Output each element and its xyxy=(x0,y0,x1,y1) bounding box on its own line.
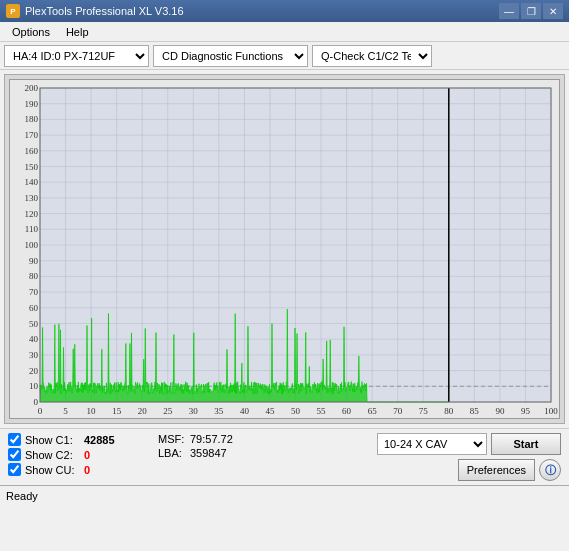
info-button[interactable]: ⓘ xyxy=(539,459,561,481)
menu-bar: Options Help xyxy=(0,22,569,42)
status-text: Ready xyxy=(6,490,38,502)
test-select[interactable]: Q-Check C1/C2 Test xyxy=(312,45,432,67)
msf-lba-panel: MSF: 79:57.72 LBA: 359847 xyxy=(158,433,233,459)
chart-canvas xyxy=(9,79,560,419)
c1-label: Show C1: xyxy=(25,434,80,446)
status-panel: Show C1: 42885 Show C2: 0 Show CU: 0 MSF… xyxy=(0,428,569,485)
minimize-button[interactable]: — xyxy=(499,3,519,19)
c2-value: 0 xyxy=(84,449,90,461)
drive-select[interactable]: HA:4 ID:0 PX-712UF xyxy=(4,45,149,67)
title-bar: P PlexTools Professional XL V3.16 — ❐ ✕ xyxy=(0,0,569,22)
menu-help[interactable]: Help xyxy=(58,24,97,40)
restore-button[interactable]: ❐ xyxy=(521,3,541,19)
lba-label: LBA: xyxy=(158,447,186,459)
toolbar: HA:4 ID:0 PX-712UF CD Diagnostic Functio… xyxy=(0,42,569,70)
main-chart xyxy=(10,80,560,419)
c2-label: Show C2: xyxy=(25,449,80,461)
status-bar: Ready xyxy=(0,485,569,505)
window-title: PlexTools Professional XL V3.16 xyxy=(25,5,499,17)
close-button[interactable]: ✕ xyxy=(543,3,563,19)
window-controls: — ❐ ✕ xyxy=(499,3,563,19)
msf-label: MSF: xyxy=(158,433,186,445)
app-icon: P xyxy=(6,4,20,18)
function-select[interactable]: CD Diagnostic Functions xyxy=(153,45,308,67)
menu-options[interactable]: Options xyxy=(4,24,58,40)
lba-value: 359847 xyxy=(190,447,227,459)
msf-value: 79:57.72 xyxy=(190,433,233,445)
c2-row: Show C2: 0 xyxy=(8,448,138,461)
lba-row: LBA: 359847 xyxy=(158,447,233,459)
second-row-controls: Preferences ⓘ xyxy=(458,459,561,481)
preferences-button[interactable]: Preferences xyxy=(458,459,535,481)
msf-row: MSF: 79:57.72 xyxy=(158,433,233,445)
c1-checkbox[interactable] xyxy=(8,433,21,446)
cu-checkbox[interactable] xyxy=(8,463,21,476)
start-button[interactable]: Start xyxy=(491,433,561,455)
c1-row: Show C1: 42885 xyxy=(8,433,138,446)
c1-value: 42885 xyxy=(84,434,115,446)
cu-label: Show CU: xyxy=(25,464,80,476)
chart-area xyxy=(4,74,565,424)
checkboxes-panel: Show C1: 42885 Show C2: 0 Show CU: 0 xyxy=(8,433,138,476)
c2-checkbox[interactable] xyxy=(8,448,21,461)
right-controls: 10-24 X CAV Start Preferences ⓘ xyxy=(377,433,561,481)
cu-row: Show CU: 0 xyxy=(8,463,138,476)
speed-select[interactable]: 10-24 X CAV xyxy=(377,433,487,455)
cu-value: 0 xyxy=(84,464,90,476)
